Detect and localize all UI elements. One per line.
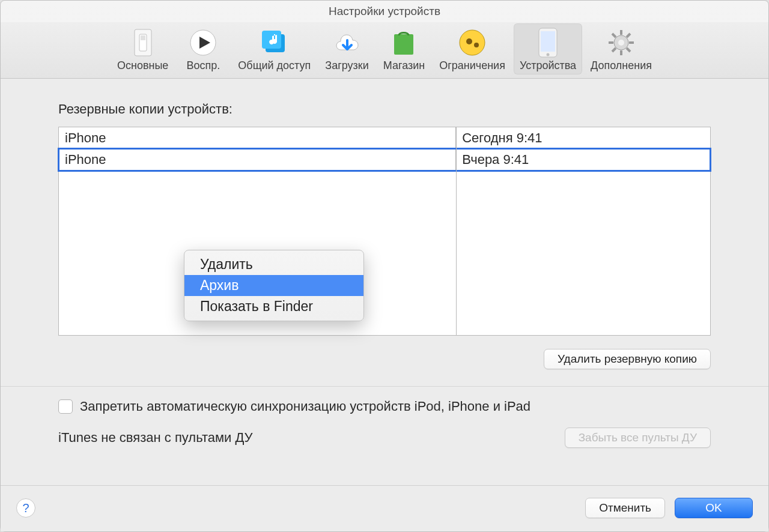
tab-advanced[interactable]: Дополнения <box>585 23 658 74</box>
svg-line-21 <box>627 34 630 37</box>
tab-playback[interactable]: Воспр. <box>177 23 229 74</box>
tab-label: Ограничения <box>439 59 505 72</box>
tab-label: Магазин <box>383 59 425 72</box>
table-row[interactable]: iPhone Вчера 9:41 <box>59 149 710 171</box>
context-menu: Удалить Архив Показать в Finder <box>184 250 364 321</box>
tab-label: Устройства <box>520 59 576 72</box>
parental-icon <box>457 27 488 58</box>
play-icon <box>187 27 219 58</box>
help-icon: ? <box>22 501 29 515</box>
menu-delete[interactable]: Удалить <box>184 254 363 275</box>
store-bag-icon <box>388 27 419 58</box>
svg-point-9 <box>466 38 472 44</box>
svg-point-10 <box>474 43 479 47</box>
help-button[interactable]: ? <box>16 498 35 518</box>
menu-reveal-in-finder[interactable]: Показать в Finder <box>184 296 363 317</box>
prevent-sync-row: Запретить автоматическую синхронизацию у… <box>58 399 711 414</box>
backup-date-cell: Вчера 9:41 <box>456 149 710 170</box>
switch-icon <box>127 27 159 58</box>
backup-date-cell: Сегодня 9:41 <box>456 127 710 148</box>
cancel-button[interactable]: Отменить <box>585 498 665 518</box>
tab-label: Дополнения <box>591 59 652 72</box>
tab-sharing[interactable]: Общий доступ <box>232 23 317 74</box>
svg-rect-2 <box>141 35 145 40</box>
gear-icon <box>606 27 637 58</box>
svg-line-22 <box>612 48 616 52</box>
tab-label: Общий доступ <box>238 59 311 72</box>
menu-archive[interactable]: Архив <box>184 275 363 296</box>
cloud-download-icon <box>332 27 363 58</box>
svg-rect-12 <box>541 31 555 52</box>
remotes-status: iTunes не связан с пультами ДУ <box>58 430 253 446</box>
svg-point-13 <box>546 53 549 56</box>
divider <box>1 386 768 387</box>
svg-point-8 <box>460 30 485 55</box>
prevent-sync-label: Запретить автоматическую синхронизацию у… <box>80 399 530 414</box>
preferences-toolbar: Основные Воспр. Общий доступ Загрузки Ма… <box>1 22 768 79</box>
window-title: Настройки устройств <box>1 1 768 22</box>
preferences-window: Настройки устройств Основные Воспр. Общи… <box>0 0 769 532</box>
device-name-cell: iPhone <box>59 149 456 170</box>
tab-label: Загрузки <box>325 59 368 72</box>
footer: ? Отменить OK <box>1 485 768 531</box>
backups-table[interactable]: iPhone Сегодня 9:41 iPhone Вчера 9:41 <box>58 127 711 336</box>
forget-remotes-button: Забыть все пульты ДУ <box>565 428 711 448</box>
tab-devices[interactable]: Устройства <box>514 23 582 74</box>
music-folder-icon <box>259 27 290 58</box>
table-row[interactable]: iPhone Сегодня 9:41 <box>59 127 710 149</box>
content-area: Резервные копии устройств: iPhone Сегодн… <box>1 79 768 485</box>
delete-backup-button[interactable]: Удалить резервную копию <box>544 349 711 369</box>
tab-general[interactable]: Основные <box>111 23 174 74</box>
phone-icon <box>532 27 564 58</box>
tab-store[interactable]: Магазин <box>377 23 431 74</box>
tab-restrictions[interactable]: Ограничения <box>433 23 511 74</box>
tab-label: Воспр. <box>186 59 220 72</box>
svg-rect-7 <box>394 34 413 55</box>
device-name-cell: iPhone <box>59 127 456 148</box>
tab-label: Основные <box>117 59 168 72</box>
ok-button[interactable]: OK <box>675 498 753 518</box>
svg-line-19 <box>612 34 616 37</box>
tab-downloads[interactable]: Загрузки <box>319 23 374 74</box>
svg-point-23 <box>618 40 624 46</box>
backups-heading: Резервные копии устройств: <box>58 101 711 117</box>
svg-line-20 <box>627 48 630 52</box>
prevent-sync-checkbox[interactable] <box>58 399 73 414</box>
